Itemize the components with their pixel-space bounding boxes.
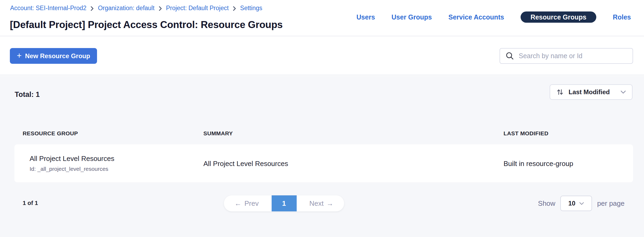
chevron-down-icon	[579, 202, 584, 205]
tab-resource-groups[interactable]: Resource Groups	[521, 11, 596, 23]
breadcrumb-chevron-icon	[90, 6, 94, 11]
resource-group-name: All Project Level Resources	[30, 155, 114, 163]
page-count-label: 1 of 1	[23, 200, 38, 207]
column-header-last-modified: LAST MODIFIED	[504, 130, 549, 137]
plus-icon: +	[17, 52, 22, 60]
page-header: Account: SEI-Internal-Prod2 Organization…	[0, 0, 644, 36]
search-input[interactable]	[514, 49, 633, 63]
prev-label: Prev	[244, 199, 259, 208]
chevron-down-icon	[620, 90, 626, 94]
new-resource-group-label: New Resource Group	[25, 52, 90, 60]
tab-service-accounts[interactable]: Service Accounts	[448, 13, 504, 21]
total-count: Total: 1	[15, 90, 40, 99]
new-resource-group-button[interactable]: + New Resource Group	[10, 48, 97, 64]
resource-group-id: Id: _all_project_level_resources	[30, 166, 108, 172]
breadcrumb: Account: SEI-Internal-Prod2 Organization…	[10, 5, 262, 12]
page-size-select[interactable]: 10	[560, 196, 592, 211]
pagination-pill: ← Prev 1 Next →	[224, 195, 344, 211]
right-arrow-icon: →	[327, 199, 333, 208]
search-box[interactable]	[500, 48, 633, 64]
next-label: Next	[309, 199, 324, 208]
current-page-button[interactable]: 1	[272, 195, 297, 211]
search-icon	[505, 52, 514, 61]
table-row[interactable]: All Project Level Resources Id: _all_pro…	[14, 144, 633, 182]
toolbar: + New Resource Group	[0, 37, 644, 75]
page-size-control: Show 10 per page	[538, 195, 625, 211]
column-header-resource-group: RESOURCE GROUP	[23, 130, 78, 137]
column-header-summary: SUMMARY	[203, 130, 233, 137]
next-page-button[interactable]: Next →	[309, 199, 344, 208]
breadcrumb-chevron-icon	[233, 6, 236, 11]
page-size-value: 10	[568, 200, 575, 207]
page-title: [Default Project] Project Access Control…	[10, 19, 283, 30]
access-control-tabs: Users User Groups Service Accounts Resou…	[356, 11, 631, 23]
resource-groups-page: Account: SEI-Internal-Prod2 Organization…	[0, 0, 644, 237]
resource-group-list: Total: 1 Last Modified RESOURCE GROUP SU…	[0, 76, 644, 237]
breadcrumb-chevron-icon	[159, 6, 162, 11]
sort-up-down-arrows-icon	[556, 88, 564, 96]
sort-dropdown[interactable]: Last Modified	[550, 84, 633, 100]
breadcrumb-project-link[interactable]: Project: Default Project	[166, 5, 229, 12]
sort-field-label: Last Modified	[569, 88, 616, 96]
prev-page-button[interactable]: ← Prev	[224, 199, 259, 208]
per-page-label: per page	[597, 199, 625, 208]
breadcrumb-account-link[interactable]: Account: SEI-Internal-Prod2	[10, 5, 86, 12]
tab-users[interactable]: Users	[356, 13, 375, 21]
left-arrow-icon: ←	[235, 199, 241, 208]
resource-group-last-modified: Built in resource-group	[504, 160, 573, 168]
breadcrumb-settings-link[interactable]: Settings	[240, 5, 262, 12]
tab-roles[interactable]: Roles	[613, 13, 631, 21]
tab-user-groups[interactable]: User Groups	[392, 13, 432, 21]
show-label: Show	[538, 199, 555, 208]
resource-group-summary: All Project Level Resources	[203, 160, 288, 168]
breadcrumb-organization-link[interactable]: Organization: default	[98, 5, 154, 12]
